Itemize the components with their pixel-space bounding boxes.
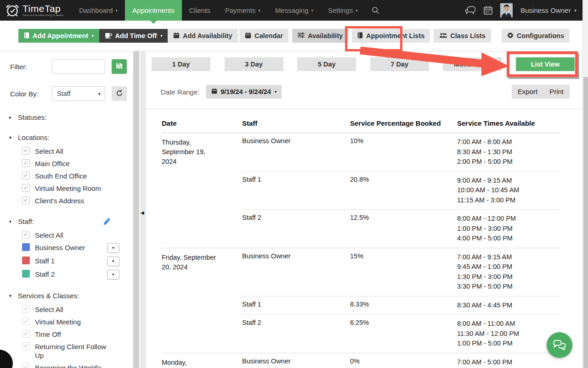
checkbox-label: Select All: [35, 305, 63, 314]
main-nav: Dashboard▾AppointmentsClientsPayments▾Me…: [72, 0, 365, 21]
chevron-down-icon: ▾: [356, 8, 358, 13]
availability-table: Date Staff Service Percentage Booked Ser…: [162, 115, 560, 368]
refresh-button[interactable]: [112, 86, 127, 101]
staff-section-header[interactable]: ▾ Staff:: [9, 217, 133, 225]
brand-tagline: Time is a terrible thing to waste: [23, 14, 63, 17]
staff-member-business-owner: Business Owner▾: [22, 243, 119, 253]
export-button[interactable]: Export: [512, 85, 543, 99]
view-button-1-day[interactable]: 1 Day: [152, 57, 210, 71]
times-cell: 7:00 AM - 5:00 PM: [457, 357, 560, 368]
calendar-icon[interactable]: [484, 6, 492, 15]
checkbox[interactable]: ✓: [22, 318, 30, 325]
top-navbar: TimeTap Time is a terrible thing to wast…: [0, 0, 588, 21]
location-option-client-s-address[interactable]: ✓Client's Address: [22, 196, 133, 205]
service-option-virtual-meeting[interactable]: ✓Virtual Meeting: [22, 318, 133, 326]
timetap-app: TimeTap Time is a terrible thing to wast…: [0, 0, 588, 368]
filter-input[interactable]: [52, 59, 105, 74]
staff-member-staff-1: Staff 1▾: [22, 256, 119, 266]
staff-member-label: Business Owner: [35, 243, 85, 252]
sidebar-collapse-handle[interactable]: ◀: [140, 51, 146, 368]
user-menu[interactable]: Business Owner ▾: [520, 6, 576, 14]
statuses-section-header[interactable]: ▸ Statuses:: [9, 113, 133, 121]
chat-widget-button[interactable]: [547, 332, 572, 358]
sidebar-scrollbar[interactable]: [133, 51, 139, 368]
main-scrollbar[interactable]: [582, 0, 588, 368]
add-availability-button[interactable]: Add Availability: [168, 29, 238, 43]
staff-cell: Business Owner: [242, 137, 350, 167]
people-icon: [439, 32, 447, 39]
eyedropper-icon[interactable]: [103, 218, 110, 225]
nav-item-messaging[interactable]: Messaging▾: [268, 0, 321, 21]
times-cell: 8:30 AM - 4:45 PM: [457, 301, 560, 311]
checkbox[interactable]: ✓: [22, 196, 30, 204]
staff-dropdown-button[interactable]: ▾: [107, 270, 119, 279]
nav-item-clients[interactable]: Clients: [182, 0, 218, 21]
triangle-down-icon: ▾: [9, 293, 14, 298]
checkbox[interactable]: ✓: [22, 172, 30, 179]
save-filter-button[interactable]: [112, 59, 127, 74]
staff-dropdown-button[interactable]: ▾: [107, 243, 119, 253]
active-tab-arrow: [150, 21, 157, 24]
availability-row: Staff 18.33%8:30 AM - 4:45 PM: [242, 296, 560, 315]
annotation-box-availability: [345, 26, 402, 51]
checkbox-label: South End Office: [35, 172, 87, 180]
print-button[interactable]: Print: [543, 85, 570, 99]
service-option-returning-client-follow-up[interactable]: ✓Returning Client Follow Up: [22, 342, 133, 360]
service-option-select-all[interactable]: ✓Select All: [22, 305, 133, 314]
checkbox[interactable]: ✓: [22, 147, 30, 155]
configurations-button[interactable]: Configurations: [502, 29, 570, 43]
alarm-clock-icon: [6, 2, 19, 19]
timetap-logo[interactable]: TimeTap Time is a terrible thing to wast…: [0, 0, 72, 21]
staff-dropdown-button[interactable]: ▾: [107, 256, 119, 266]
color-by-select[interactable]: Staff ▾: [52, 86, 105, 101]
service-option-becoming-the-world-s-best-boss[interactable]: ✓Becoming the World's Best Boss: [22, 363, 133, 368]
date-range-label: Date Range:: [161, 88, 199, 96]
chevron-down-icon: ▾: [160, 33, 162, 38]
checkbox[interactable]: ✓: [22, 231, 30, 239]
times-cell: 8:00 AM - 11:00 AM11:30 AM - 12:00 PM1:0…: [457, 319, 560, 349]
location-option-main-office[interactable]: ✓Main Office: [22, 159, 133, 168]
checkbox-label: Virtual Meeting Room: [35, 184, 101, 193]
toolbar-left: Add Appointment ▾ Add Time Off ▾: [18, 29, 238, 43]
staff-cell: Business Owner: [242, 357, 350, 368]
locations-section-header[interactable]: ▾ Locations:: [9, 134, 133, 141]
nav-item-payments[interactable]: Payments▾: [218, 0, 268, 21]
coffee-cup-icon: [105, 32, 112, 40]
checkbox[interactable]: ✓: [22, 305, 30, 313]
checkbox-label: Returning Client Follow Up: [35, 342, 116, 360]
chat-icon[interactable]: [465, 6, 476, 15]
scrollbar-thumb[interactable]: [583, 77, 588, 368]
view-button-5-day[interactable]: 5 Day: [297, 57, 356, 71]
staff-option-select-all[interactable]: ✓Select All: [22, 231, 133, 240]
date-range-button[interactable]: 9/19/24 - 9/24/24 ▾: [206, 85, 282, 99]
availability-row: Business Owner15%7:00 AM - 9:15 AM9:45 A…: [242, 248, 560, 296]
date-range-row: Date Range: 9/19/24 - 9/24/24 ▾ Export P…: [146, 85, 582, 99]
checkbox[interactable]: ✓: [22, 159, 30, 167]
checkbox-label: Main Office: [35, 159, 70, 168]
nav-item-appointments[interactable]: Appointments: [125, 0, 182, 21]
add-time-off-button[interactable]: Add Time Off ▾: [99, 29, 168, 43]
checkbox[interactable]: ✓: [22, 363, 30, 368]
calendar-view-button[interactable]: Calendar: [239, 29, 288, 43]
location-option-select-all[interactable]: ✓Select All: [22, 147, 133, 156]
checkbox[interactable]: ✓: [22, 184, 30, 192]
services-section-header[interactable]: ▾ Services & Classes:: [9, 292, 133, 300]
class-lists-button[interactable]: Class Lists: [434, 29, 491, 43]
nav-item-settings[interactable]: Settings▾: [321, 0, 365, 21]
checkbox-label: Select All: [35, 147, 63, 156]
service-option-time-off[interactable]: ✓Time Off: [22, 330, 133, 339]
view-button-3-day[interactable]: 3 Day: [225, 57, 283, 71]
location-option-virtual-meeting-room[interactable]: ✓Virtual Meeting Room: [22, 184, 133, 193]
checkbox[interactable]: ✓: [22, 342, 30, 350]
checkbox[interactable]: ✓: [22, 330, 30, 338]
search-icon[interactable]: [365, 0, 386, 21]
percentage-cell: 10%: [350, 137, 457, 167]
nav-item-dashboard[interactable]: Dashboard▾: [72, 0, 125, 21]
export-print-group: Export Print: [512, 85, 570, 99]
location-option-south-end-office[interactable]: ✓South End Office: [22, 172, 133, 180]
availability-row: Staff 26.25%8:00 AM - 11:00 AM11:30 AM -…: [242, 314, 560, 353]
percentage-cell: 6.25%: [350, 319, 457, 349]
availability-button[interactable]: Availability: [292, 29, 348, 43]
avatar[interactable]: [500, 3, 513, 17]
add-appointment-button[interactable]: Add Appointment ▾: [18, 29, 99, 43]
